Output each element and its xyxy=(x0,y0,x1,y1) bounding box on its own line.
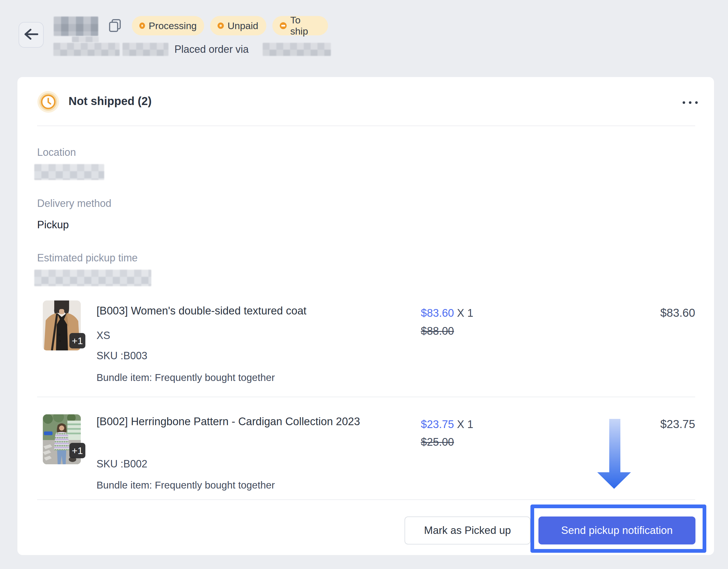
annotation-arrow xyxy=(597,419,631,490)
order-id-redacted xyxy=(54,17,98,36)
to-ship-status-icon xyxy=(280,22,287,29)
location-value-redacted xyxy=(34,164,104,180)
estimated-pickup-time-label: Estimated pickup time xyxy=(37,252,138,264)
back-arrow-icon xyxy=(24,28,39,42)
quantity: X 1 xyxy=(457,307,473,319)
more-images-badge[interactable]: +1 xyxy=(69,333,85,348)
divider xyxy=(37,499,695,500)
more-images-badge[interactable]: +1 xyxy=(69,443,85,458)
divider xyxy=(37,397,695,397)
status-badge-to-ship: To ship xyxy=(272,16,328,35)
pending-clock-icon xyxy=(37,91,59,114)
fulfillment-card-title: Not shipped (2) xyxy=(69,95,152,108)
order-time-redacted xyxy=(122,43,168,56)
unit-price-line: $23.75 X 1 xyxy=(421,418,473,431)
order-channel-redacted xyxy=(263,43,331,56)
status-badge-label: To ship xyxy=(290,15,321,37)
product-variant: XS xyxy=(96,329,110,341)
product-sku: SKU :B002 xyxy=(96,458,147,470)
quantity: X 1 xyxy=(457,418,473,430)
product-title: [B002] Herringbone Pattern - Cardigan Co… xyxy=(96,413,360,430)
unit-price: $83.60 xyxy=(421,307,454,319)
back-button[interactable] xyxy=(19,22,44,48)
unit-price: $23.75 xyxy=(421,418,454,430)
original-price: $88.00 xyxy=(421,325,454,337)
estimated-pickup-time-redacted xyxy=(34,270,151,286)
unit-price-line: $83.60 X 1 xyxy=(421,307,473,319)
delivery-method-label: Delivery method xyxy=(37,198,111,210)
product-bundle-note: Bundle item: Frequently bought together xyxy=(96,479,275,491)
divider xyxy=(37,126,695,126)
original-price: $25.00 xyxy=(421,436,454,448)
line-total: $23.75 xyxy=(660,418,695,431)
order-id-redacted-tail xyxy=(72,37,99,42)
copy-icon xyxy=(108,29,122,33)
order-detail-page: Processing Unpaid To ship Placed order v… xyxy=(0,0,728,569)
status-badge-label: Processing xyxy=(149,20,197,31)
status-badge-label: Unpaid xyxy=(228,20,258,31)
status-badge-processing: Processing xyxy=(132,16,204,35)
unpaid-status-icon xyxy=(218,23,224,29)
product-bundle-note: Bundle item: Frequently bought together xyxy=(96,372,275,383)
order-date-redacted xyxy=(53,43,120,56)
delivery-method-value: Pickup xyxy=(37,219,69,231)
placed-order-via-text: Placed order via xyxy=(174,43,249,56)
more-actions-button[interactable] xyxy=(683,101,698,105)
status-badge-unpaid: Unpaid xyxy=(210,16,266,35)
product-sku: SKU :B003 xyxy=(96,350,147,362)
mark-as-picked-up-button[interactable]: Mark as Picked up xyxy=(405,516,530,544)
fulfillment-card: Not shipped (2) Location Delivery method… xyxy=(17,77,714,555)
line-total: $83.60 xyxy=(660,306,695,319)
product-title: [B003] Women's double-sided textured coa… xyxy=(96,302,306,319)
location-label: Location xyxy=(37,146,76,158)
copy-order-id-button[interactable] xyxy=(108,19,122,34)
send-pickup-notification-button[interactable]: Send pickup notification xyxy=(538,516,695,544)
processing-status-icon xyxy=(139,23,145,29)
